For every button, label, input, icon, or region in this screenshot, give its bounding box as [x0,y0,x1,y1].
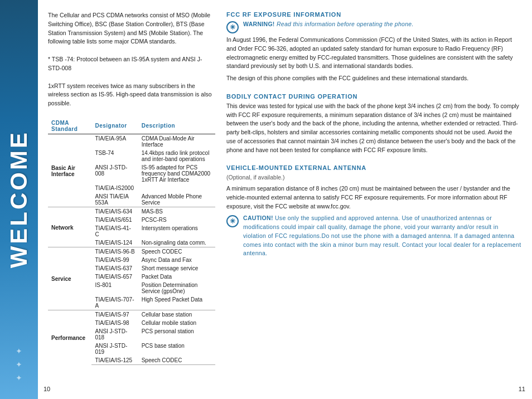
table-row-description: Non-signaling data comm. [138,239,215,247]
main-content: The Cellular and PCS CDMA networks consi… [38,0,532,399]
table-row-description: High Speed Packet Data [138,295,215,310]
table-row-description: Speech CODEC [138,247,215,256]
table-row-designator: TIA/EIA/IS-41-C [91,224,138,239]
table-row-designator: TIA/EIA/IS-99 [91,256,138,264]
sidebar: WELCOME ✦ ✦ ✦ [0,0,38,399]
table-row-description: Advanced Mobile Phone Service [138,192,215,207]
table-row-designator: TIA/EIA-95A [91,134,138,149]
body-paragraph: 1xRTT system receives twice as many subs… [48,82,215,108]
caution-text: CAUTION! Use only the supplied and appro… [243,214,522,258]
warning-subtext: Read this information before operating t… [277,21,414,27]
table-row-designator: TSB-74 [91,149,138,163]
warning-label: WARNING! [243,21,275,27]
star-icon-1: ✦ [16,347,22,356]
note-text: * TSB -74: Protocol between an IS-95A sy… [48,55,215,73]
table-row-description: Short message service [138,264,215,273]
table-row-description: MAS-BS [138,207,215,216]
vehicle-para1: A minimum separation distance of 8 inche… [226,184,522,211]
table-row-designator: ANSI J-STD-019 [91,342,138,356]
table-row-description: Cellular mobile station [138,319,215,327]
table-row-designator: TIA/EIA/IS-637 [91,264,138,273]
vehicle-section: Vehicle-Mounted External Antenna (Option… [226,164,522,260]
warning-icon: ✳ [226,21,239,33]
table-row-designator: IS-801 [91,281,138,295]
cdma-table: CDMA Standard Designator Description Bas… [48,118,215,365]
fcc-para1: In August 1996, the Federal Communicatio… [226,36,522,71]
table-row-description: 14.4kbps radio link protocol and inter-b… [138,149,215,163]
table-row-designator: ANSI J-STD-018 [91,327,138,342]
caution-box: ✳ CAUTION! Use only the supplied and app… [226,214,522,258]
table-row-description: IS-95 adapted for PCS frequency band CDM… [138,163,215,184]
table-section-label: Performance [48,310,91,364]
table-header-designator: Designator [91,118,138,134]
table-section-label: Service [48,247,91,310]
table-row-description: Intersystem operations [138,224,215,239]
table-row-description: CDMA Dual-Mode Air Interface [138,134,215,149]
star-icon-3: ✦ [16,373,22,382]
table-row-description: Position Determination Service (gpsOne) [138,281,215,295]
caution-subtext: Use only the supplied and approved anten… [243,215,521,256]
page-number-right: 11 [519,386,525,392]
fcc-section: FCC RF Exposure Information ✳ WARNING! R… [226,11,522,83]
table-row-designator: ANSI TIA/EIA 553A [91,192,138,207]
table-row-description: Packet Data [138,273,215,281]
fcc-para2: The design of this phone complies with t… [226,74,522,83]
intro-paragraph: The Cellular and PCS CDMA networks consi… [48,11,215,46]
table-row-designator: TIA/EIA/IS-124 [91,239,138,247]
table-row-description: Speech CODEC [138,356,215,365]
sidebar-welcome-text: WELCOME [6,130,32,268]
sidebar-decoration: ✦ ✦ ✦ [0,347,38,382]
warning-box: ✳ WARNING! Read this information before … [226,20,522,33]
table-section-label: Network [48,207,91,247]
table-row-description: PCS personal station [138,327,215,342]
table-row-designator: TIA/EIA/IS/651 [91,216,138,224]
table-row-description: PCSC-RS [138,216,215,224]
bodily-para1: This device was tested for typical use w… [226,102,522,155]
page-number-left: 10 [43,386,50,392]
caution-icon: ✳ [226,215,239,227]
table-header-description: Description [138,118,215,134]
table-row-designator: TIA/EIA/IS-98 [91,319,138,327]
star-icon-2: ✦ [16,360,22,369]
caution-label: CAUTION! [243,215,273,221]
table-row-designator: TIA/EIA/IS-634 [91,207,138,216]
table-row-designator: TIA/EIA/IS-96-B [91,247,138,256]
table-row-designator: TIA/EIA/IS-707-A [91,295,138,310]
table-row-designator: TIA/EIA/IS-97 [91,310,138,319]
warning-text: WARNING! Read this information before op… [243,20,414,29]
table-row-designator: TIA/EIA/IS-657 [91,273,138,281]
vehicle-subtitle: (Optional, if available.) [226,173,522,182]
bodily-section: Bodily Contact During Operation This dev… [226,93,522,155]
table-row-description [138,184,215,192]
table-row-designator: TIA/EIA-IS2000 [91,184,138,192]
fcc-title: FCC RF Exposure Information [226,11,522,18]
table-section-label: Basic AirInterface [48,134,91,207]
left-column: The Cellular and PCS CDMA networks consi… [48,11,215,388]
table-row-description: Async Data and Fax [138,256,215,264]
bodily-title: Bodily Contact During Operation [226,93,522,100]
table-row-designator: ANSI J-STD-008 [91,163,138,184]
table-row-description: Cellular base station [138,310,215,319]
table-row-description: PCS base station [138,342,215,356]
vehicle-title: Vehicle-Mounted External Antenna [226,164,522,171]
right-column: FCC RF Exposure Information ✳ WARNING! R… [226,11,522,388]
table-header-standard: CDMA Standard [48,118,91,134]
table-row-designator: TIA/EIA/IS-125 [91,356,138,365]
